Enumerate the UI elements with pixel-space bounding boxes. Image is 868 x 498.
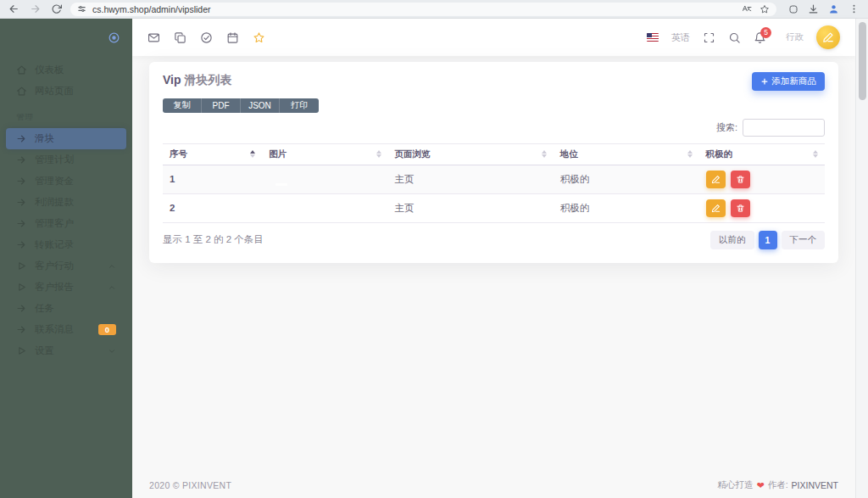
- add-new-item-button[interactable]: 添加新商品: [752, 72, 826, 91]
- site-settings-icon[interactable]: [77, 4, 86, 14]
- sidebar-item-manage-funds[interactable]: 管理资金: [6, 171, 126, 192]
- arrow-right-icon: [16, 176, 27, 187]
- bookmark-star-icon[interactable]: [760, 4, 770, 14]
- todo-check-icon[interactable]: [200, 31, 213, 44]
- translate-icon[interactable]: [742, 4, 752, 14]
- cell-status: 积极的: [554, 165, 699, 193]
- delete-button[interactable]: [731, 199, 750, 217]
- header-status[interactable]: 地位: [554, 143, 699, 165]
- play-triangle-icon: [16, 345, 27, 356]
- header-active[interactable]: 积极的: [699, 143, 825, 165]
- header-serial[interactable]: 序号: [163, 143, 262, 165]
- header-page-view[interactable]: 页面浏览: [388, 143, 554, 165]
- address-bar[interactable]: cs.hwym.shop/admin/vipslider: [70, 3, 776, 16]
- search-icon[interactable]: [728, 31, 741, 44]
- sidebar-item-label: 转账记录: [35, 238, 74, 251]
- sort-icon: [808, 150, 818, 158]
- language-label[interactable]: 英语: [671, 31, 690, 44]
- author-name: PIXINVENT: [792, 480, 838, 490]
- sidebar-item-dashboard[interactable]: 仪表板: [6, 59, 126, 81]
- sort-asc-icon: [245, 150, 255, 158]
- arrow-right-icon: [16, 197, 27, 208]
- chevron-up-icon: [108, 262, 116, 271]
- table-header-row: 序号 图片 页面浏览 地位 积极的: [163, 143, 825, 165]
- sidebar-item-contact-messages[interactable]: 联系消息 0: [6, 319, 126, 340]
- top-navbar: 英语 5 行政: [132, 19, 855, 56]
- delete-button[interactable]: [731, 171, 750, 188]
- copy-button[interactable]: 复制: [163, 98, 202, 113]
- arrow-right-icon: [16, 303, 27, 314]
- notifications[interactable]: 5: [754, 31, 766, 44]
- chat-icon[interactable]: [174, 31, 186, 44]
- sidebar-item-transfer-log[interactable]: 转账记录: [6, 234, 126, 255]
- trash-icon: [736, 175, 745, 184]
- sort-icon: [371, 150, 381, 158]
- browser-reload-icon[interactable]: [51, 3, 62, 14]
- edit-button[interactable]: [706, 171, 726, 188]
- notification-count-badge: 5: [760, 27, 771, 38]
- sidebar-section-label: 管理: [0, 102, 132, 128]
- browser-menu-icon[interactable]: [849, 3, 860, 14]
- user-avatar[interactable]: [816, 25, 840, 49]
- print-button[interactable]: 打印: [280, 98, 319, 113]
- json-button[interactable]: JSON: [241, 98, 280, 113]
- browser-toolbar: cs.hwym.shop/admin/vipslider: [0, 0, 868, 19]
- sort-icon: [682, 150, 693, 158]
- sidebar-item-customer-reports[interactable]: 客户报告: [6, 277, 126, 298]
- browser-back-icon[interactable]: [8, 3, 19, 14]
- sidebar-item-manage-plans[interactable]: 管理计划: [6, 149, 126, 171]
- sidebar-item-profit-withdraw[interactable]: 利润提款: [6, 192, 126, 213]
- cell-page-view: 主页: [388, 165, 554, 193]
- sort-icon: [537, 150, 547, 158]
- sidebar-item-site-pages[interactable]: 网站页面: [6, 81, 126, 102]
- browser-forward-icon[interactable]: [30, 3, 41, 14]
- pagination-page-1-button[interactable]: 1: [759, 231, 777, 249]
- page-scrollbar[interactable]: [855, 19, 868, 498]
- profile-icon[interactable]: [828, 3, 839, 14]
- table-search-input[interactable]: [743, 119, 825, 137]
- favorites-star-icon[interactable]: [253, 31, 265, 44]
- trash-icon: [736, 204, 745, 213]
- made-with-text: 精心打造: [717, 479, 753, 491]
- home-icon: [16, 86, 27, 97]
- fullscreen-icon[interactable]: [703, 31, 715, 44]
- sidebar-item-tasks[interactable]: 任务: [6, 298, 126, 319]
- arrow-right-icon: [16, 218, 27, 229]
- sidebar-item-slider[interactable]: 滑块: [6, 128, 126, 149]
- sidebar-item-manage-customers[interactable]: 管理客户: [6, 213, 126, 234]
- cell-serial: 2: [163, 193, 262, 222]
- url-text[interactable]: cs.hwym.shop/admin/vipslider: [92, 4, 736, 14]
- menu-pin-toggle-icon[interactable]: [108, 31, 120, 44]
- sidebar: 仪表板 网站页面 管理 滑块 管理计划 管理资金 利润提款: [0, 19, 132, 498]
- sidebar-item-settings[interactable]: 设置: [6, 340, 126, 361]
- header-image[interactable]: 图片: [262, 143, 387, 165]
- search-label: 搜索:: [716, 121, 737, 134]
- author-label: 作者:: [768, 479, 788, 491]
- arrow-right-icon: [16, 133, 27, 144]
- cell-serial: 1: [163, 165, 262, 193]
- pdf-button[interactable]: PDF: [202, 98, 241, 113]
- calendar-icon[interactable]: [226, 31, 239, 44]
- sidebar-item-customer-actions[interactable]: 客户行动: [6, 255, 126, 277]
- pagination-previous-button[interactable]: 以前的: [710, 231, 754, 249]
- cell-status: 积极的: [554, 193, 699, 222]
- downloads-icon[interactable]: [808, 3, 819, 14]
- sidebar-item-label: 任务: [35, 302, 54, 315]
- vip-slider-card: 添加新商品 Vip滑块列表 复制 PDF JSON 打印 搜索:: [149, 62, 838, 263]
- us-flag-icon[interactable]: [647, 33, 659, 42]
- chevron-down-icon: [108, 347, 116, 355]
- heart-icon: ❤: [756, 480, 764, 491]
- pagination-next-button[interactable]: 下一个: [782, 231, 826, 249]
- pencil-avatar-icon: [822, 31, 834, 43]
- arrow-right-icon: [16, 239, 27, 250]
- sidebar-item-label: 利润提款: [35, 196, 74, 209]
- email-icon[interactable]: [147, 31, 160, 44]
- table-row: 2 主页 积极的: [163, 193, 825, 222]
- arrow-right-icon: [16, 324, 27, 335]
- extensions-icon[interactable]: [788, 4, 798, 14]
- sidebar-brand: [0, 19, 132, 56]
- scrollbar-thumb[interactable]: [859, 22, 866, 100]
- edit-button[interactable]: [706, 199, 726, 217]
- cell-page-view: 主页: [388, 193, 554, 222]
- vip-slider-table: 序号 图片 页面浏览 地位 积极的 1 主页 积极的: [163, 143, 825, 223]
